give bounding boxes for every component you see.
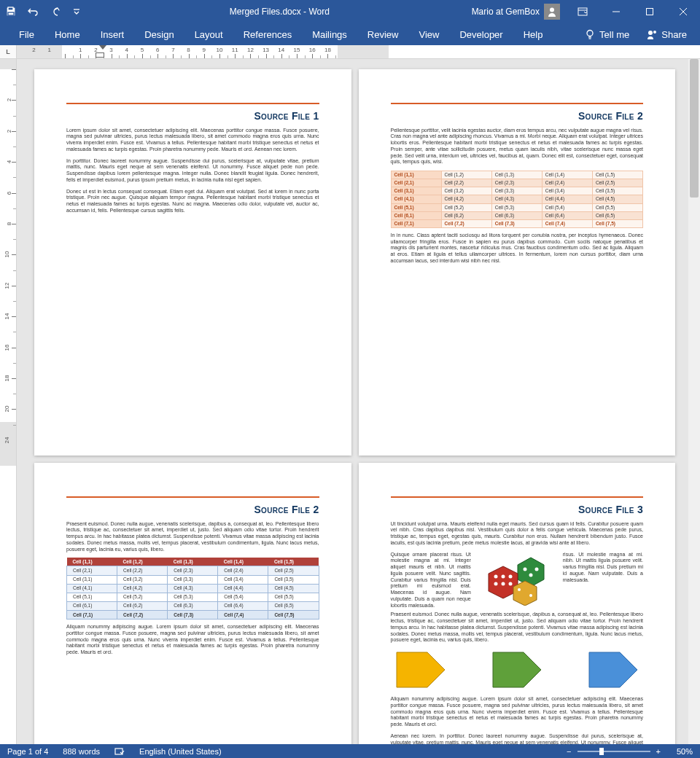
table-cell: Cell (6,1)	[67, 601, 117, 610]
table-cell: Cell (2,5)	[268, 566, 319, 575]
vertical-scrollbar[interactable]	[688, 59, 700, 744]
table-cell: Cell (7,2)	[117, 611, 168, 620]
page-heading: Source File 2	[391, 110, 644, 123]
table-cell: Cell (2,1)	[67, 566, 117, 575]
redo-button[interactable]	[44, 0, 66, 23]
signed-in-user[interactable]: Mario at GemBox	[472, 7, 540, 17]
table-header-row: Cell (1,1)Cell (1,2)Cell (1,3)Cell (1,4)…	[67, 558, 319, 566]
body-paragraph: Praesent euismod. Donec nulla augue, ven…	[391, 612, 644, 644]
table-row: Cell (5,1)Cell (5,2)Cell (5,3)Cell (5,4)…	[67, 593, 319, 601]
tab-selector[interactable]: L	[0, 45, 17, 58]
minimize-button[interactable]	[599, 0, 633, 23]
ribbon-display-options-button[interactable]	[566, 0, 599, 23]
zoom-out-button[interactable]: −	[567, 747, 571, 756]
tab-home[interactable]: Home	[44, 23, 90, 45]
user-avatar[interactable]	[544, 4, 560, 20]
table-cell: Cell (1,4)	[542, 171, 592, 179]
heading-rule	[66, 103, 319, 104]
table-cell: Cell (5,1)	[391, 203, 441, 211]
page-3: Source File 2 Praesent euismod. Donec nu…	[34, 463, 351, 744]
table-row: Cell (1,1)Cell (1,2)Cell (1,3)Cell (1,4)…	[391, 171, 643, 179]
tab-file[interactable]: File	[9, 23, 44, 45]
tab-insert[interactable]: Insert	[90, 23, 135, 45]
table-row: Cell (5,1)Cell (5,2)Cell (5,3)Cell (5,4)…	[391, 203, 643, 211]
table-cell: Cell (2,4)	[542, 179, 592, 187]
table-header-cell: Cell (1,5)	[268, 558, 319, 566]
table-cell: Cell (4,5)	[268, 584, 319, 593]
table-row: Cell (6,1)Cell (6,2)Cell (6,3)Cell (6,4)…	[67, 601, 319, 610]
table-cell: Cell (3,1)	[67, 575, 117, 584]
table-cell: Cell (5,4)	[542, 203, 592, 211]
tab-help[interactable]: Help	[513, 23, 553, 45]
tab-references[interactable]: References	[233, 23, 302, 45]
table-cell: Cell (1,1)	[391, 171, 441, 179]
document-title: Merged Files.docx - Word	[88, 7, 472, 17]
scrollbar-thumb[interactable]	[690, 59, 699, 198]
page-2: Source File 2 Pellentesque porttitor, ve…	[359, 69, 676, 456]
tab-view[interactable]: View	[408, 23, 449, 45]
data-table-orange: Cell (1,1)Cell (1,2)Cell (1,3)Cell (1,4)…	[391, 171, 644, 228]
table-cell: Cell (3,3)	[491, 187, 542, 195]
table-cell: Cell (3,2)	[117, 575, 168, 584]
svg-point-26	[501, 582, 505, 585]
tell-me-search[interactable]: Tell me	[576, 29, 638, 40]
page-heading: Source File 3	[391, 504, 644, 517]
table-cell: Cell (2,5)	[592, 179, 642, 187]
page-heading: Source File 1	[66, 110, 319, 123]
page-4: Source File 3 Ut tincidunt volutpat urna…	[359, 463, 676, 744]
tab-mailings[interactable]: Mailings	[302, 23, 357, 45]
svg-marker-32	[493, 652, 541, 687]
table-cell: Cell (7,5)	[592, 219, 642, 227]
table-row: Cell (4,1)Cell (4,2)Cell (4,3)Cell (4,4)…	[67, 584, 319, 593]
table-cell: Cell (7,4)	[542, 219, 592, 227]
vertical-ruler[interactable]: 2246810121416182024	[0, 59, 17, 744]
table-cell: Cell (4,2)	[441, 195, 491, 203]
share-button[interactable]: Share	[638, 29, 696, 40]
body-paragraph: Lorem ipsum dolor sit amet, consectetuer…	[66, 128, 319, 153]
page-indicator[interactable]: Page 1 of 4	[7, 747, 48, 756]
table-cell: Cell (4,2)	[117, 584, 168, 593]
svg-point-15	[648, 31, 653, 35]
tab-design[interactable]: Design	[134, 23, 184, 45]
arrow-shape-blue	[588, 651, 639, 689]
svg-point-20	[529, 573, 532, 577]
table-cell: Cell (4,1)	[391, 195, 441, 203]
zoom-percent[interactable]: 50%	[677, 747, 693, 756]
tab-layout[interactable]: Layout	[184, 23, 233, 45]
table-cell: Cell (6,3)	[168, 601, 218, 610]
workspace: 2246810121416182024 Source File 1 Lorem …	[0, 59, 700, 744]
document-canvas[interactable]: Source File 1 Lorem ipsum dolor sit amet…	[17, 59, 700, 744]
table-cell: Cell (6,4)	[542, 211, 592, 219]
close-button[interactable]	[666, 0, 700, 23]
text-column-left: Quisque ornare placerat risus. Ut molest…	[391, 552, 471, 609]
heading-rule	[391, 496, 644, 498]
customize-qat-button[interactable]	[66, 0, 88, 23]
table-cell: Cell (5,5)	[268, 593, 319, 601]
spellcheck-icon[interactable]	[114, 747, 125, 756]
word-count[interactable]: 888 words	[63, 747, 100, 756]
table-row: Cell (3,1)Cell (3,2)Cell (3,3)Cell (3,4)…	[67, 575, 319, 584]
undo-button[interactable]	[22, 0, 44, 23]
table-cell: Cell (6,3)	[491, 211, 542, 219]
table-cell: Cell (3,4)	[218, 575, 268, 584]
language-indicator[interactable]: English (United States)	[139, 747, 222, 756]
svg-point-5	[550, 8, 554, 12]
zoom-slider-thumb[interactable]	[599, 748, 604, 755]
tab-developer[interactable]: Developer	[449, 23, 513, 45]
maximize-button[interactable]	[633, 0, 666, 23]
table-cell: Cell (5,4)	[218, 593, 268, 601]
heading-rule	[66, 496, 319, 498]
table-cell: Cell (4,4)	[542, 195, 592, 203]
table-cell: Cell (2,2)	[117, 566, 168, 575]
save-button[interactable]	[0, 0, 22, 23]
table-cell: Cell (5,5)	[592, 203, 642, 211]
horizontal-ruler[interactable]: 211234567891011121314151618	[17, 45, 700, 58]
zoom-in-button[interactable]: +	[656, 747, 661, 756]
window-controls-group: Mario at GemBox	[472, 0, 700, 23]
body-paragraph: Pellentesque porttitor, velit lacinia eg…	[391, 128, 644, 166]
table-header-cell: Cell (1,1)	[67, 558, 117, 566]
zoom-slider-track[interactable]	[578, 751, 650, 752]
table-cell: Cell (4,5)	[592, 195, 642, 203]
indent-marker[interactable]	[99, 45, 106, 58]
tab-review[interactable]: Review	[357, 23, 409, 45]
